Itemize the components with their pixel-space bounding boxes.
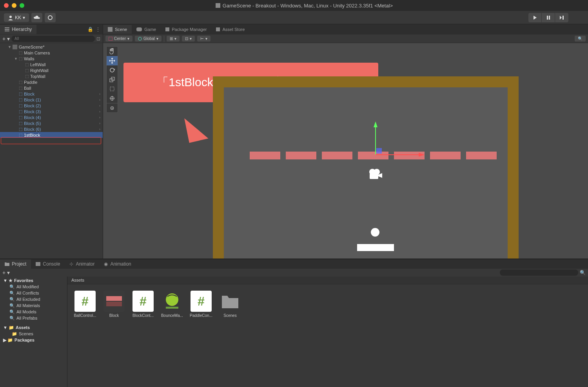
transform-icon xyxy=(109,96,115,101)
asset-item[interactable]: #BallControl... xyxy=(74,291,96,318)
scenes-folder[interactable]: 📁 Scenes xyxy=(0,331,67,337)
hand-icon xyxy=(109,48,115,54)
step-button[interactable] xyxy=(555,13,568,22)
asset-item[interactable]: Scenes xyxy=(219,291,241,318)
scene-tab[interactable]: Scene xyxy=(103,25,132,34)
play-button[interactable] xyxy=(528,13,542,22)
hierarchy-item[interactable]: ⬚Block› xyxy=(0,91,103,97)
hierarchy-item[interactable]: ⬚Block (1)› xyxy=(0,97,103,103)
rotate-tool[interactable] xyxy=(107,65,118,75)
asset-grid[interactable]: #BallControl...Block#BlockCont...BounceM… xyxy=(67,284,588,387)
transform-tool[interactable] xyxy=(107,94,118,103)
hierarchy-tab[interactable]: Hierarchy xyxy=(0,25,36,34)
hierarchy-item[interactable]: ⬚Block (4)› xyxy=(0,114,103,120)
move-tool[interactable] xyxy=(107,56,118,65)
custom-tool-icon xyxy=(109,105,115,111)
hierarchy-search-input[interactable] xyxy=(11,36,95,42)
animation-tab[interactable]: ◉ Animation xyxy=(99,259,136,269)
animator-tab[interactable]: ⊹ Animator xyxy=(65,259,99,269)
pause-button[interactable] xyxy=(542,13,555,22)
project-search-input[interactable] xyxy=(500,269,578,276)
game-tab[interactable]: Game xyxy=(132,25,161,34)
cloud-button[interactable] xyxy=(31,13,42,22)
search-icon: 🔍 xyxy=(9,284,15,289)
hierarchy-item[interactable]: ⬚Block (2)› xyxy=(0,103,103,109)
rect-tool[interactable] xyxy=(107,84,118,94)
hierarchy-tree[interactable]: ▼ GameScene* ⬚Main Camera▼⬚Walls⬚LeftWal… xyxy=(0,43,103,259)
scene-icon xyxy=(108,27,113,32)
create-button[interactable]: + ▾ xyxy=(2,36,10,42)
svg-rect-11 xyxy=(108,27,113,32)
svg-rect-6 xyxy=(563,16,564,20)
favorite-item[interactable]: 🔍 All Excluded xyxy=(0,296,67,302)
asset-item[interactable]: Block xyxy=(103,291,125,318)
hierarchy-item[interactable]: ▼⬚Walls xyxy=(0,56,103,61)
grid-icon: ⊞ xyxy=(170,36,173,41)
search-icon: 🔍 xyxy=(578,36,583,41)
magnet-icon: ⊢ xyxy=(200,36,204,41)
tool-handle-button[interactable]: Center▾ xyxy=(105,36,132,42)
view-tool[interactable] xyxy=(107,47,118,56)
hierarchy-item[interactable]: ⬚Paddle xyxy=(0,79,103,85)
asset-item[interactable]: #BlockCont... xyxy=(132,291,154,318)
favorite-item[interactable]: 🔍 All Models xyxy=(0,309,67,315)
minimize-window-icon[interactable] xyxy=(12,3,16,8)
favorites-header[interactable]: ▼ ★ Favorites xyxy=(0,277,67,284)
package-manager-tab[interactable]: Package Manager xyxy=(161,25,211,34)
project-toolbar: + ▾ 🔍 xyxy=(0,269,588,277)
hierarchy-item[interactable]: ⬚LeftWall xyxy=(0,61,103,67)
maximize-window-icon[interactable] xyxy=(20,3,24,8)
custom-tool[interactable] xyxy=(107,103,118,112)
unity-icon xyxy=(216,3,220,8)
center-panel: Scene Game Package Manager Asset Store C… xyxy=(103,24,588,259)
search-scene-button[interactable]: 🔍 xyxy=(575,36,586,42)
project-breadcrumb[interactable]: Assets xyxy=(67,277,588,284)
search-icon: 🔍 xyxy=(9,303,15,308)
asset-item[interactable]: BounceMa... xyxy=(161,291,183,318)
console-tab[interactable]: Console xyxy=(31,259,65,269)
hierarchy-item[interactable]: ⬚Block (6)› xyxy=(0,126,103,132)
hierarchy-item[interactable]: ⬚1stBlock xyxy=(0,132,103,138)
panel-lock-icon[interactable]: 🔒 xyxy=(87,27,93,32)
snap-toggle-button[interactable]: ⊢▾ xyxy=(197,36,211,42)
svg-rect-26 xyxy=(376,148,382,154)
svg-point-3 xyxy=(49,17,51,18)
favorite-item[interactable]: 🔍 All Modified xyxy=(0,284,67,290)
settings-button[interactable] xyxy=(45,13,56,22)
hierarchy-item[interactable]: ⬚RightWall xyxy=(0,67,103,73)
asset-store-tab[interactable]: Asset Store xyxy=(211,25,249,34)
scale-tool[interactable] xyxy=(107,75,118,84)
expand-icon[interactable]: ⊡ xyxy=(96,36,100,42)
snap-increment-button[interactable]: ⊡▾ xyxy=(182,36,195,42)
hierarchy-item[interactable]: ⬚Main Camera xyxy=(0,50,103,56)
hierarchy-item[interactable]: ⬚Block (3)› xyxy=(0,109,103,114)
svg-rect-10 xyxy=(13,45,17,49)
favorite-item[interactable]: 🔍 All Conflicts xyxy=(0,290,67,296)
window-title: GameScene - Breakout - Windows, Mac, Lin… xyxy=(24,3,584,9)
animation-icon: ◉ xyxy=(104,261,108,267)
tool-space-button[interactable]: Global▾ xyxy=(135,36,162,42)
project-tab[interactable]: Project xyxy=(0,259,31,269)
packages-folder[interactable]: ▶ 📁 Packages xyxy=(0,337,67,343)
rect-tool-icon xyxy=(109,86,115,92)
hierarchy-item[interactable]: ⬚TopWall xyxy=(0,73,103,79)
favorite-item[interactable]: 🔍 All Materials xyxy=(0,302,67,309)
hierarchy-item[interactable]: ⬚Ball xyxy=(0,85,103,91)
assets-folder[interactable]: ▼ 📁 Assets xyxy=(0,324,67,331)
hierarchy-toolbar: + ▾ ⊡ xyxy=(0,34,103,43)
search-icon: 🔍 xyxy=(580,270,586,275)
project-create-button[interactable]: + ▾ xyxy=(2,269,10,276)
scene-viewport[interactable]: 「1stBlock」に名前を変更しました xyxy=(103,43,588,259)
project-tree[interactable]: ▼ ★ Favorites 🔍 All Modified🔍 All Confli… xyxy=(0,277,67,387)
traffic-lights[interactable] xyxy=(4,3,24,8)
panel-menu-icon[interactable]: ⋮ xyxy=(96,27,100,32)
move-gizmo[interactable] xyxy=(368,121,426,157)
favorite-item[interactable]: 🔍 All Prefabs xyxy=(0,315,67,321)
grid-snap-button[interactable]: ⊞▾ xyxy=(167,36,180,42)
animator-icon: ⊹ xyxy=(69,261,73,267)
account-button[interactable]: KK ▾ xyxy=(4,13,29,22)
asset-item[interactable]: #PaddleCon... xyxy=(190,291,212,318)
scene-root[interactable]: ▼ GameScene* xyxy=(0,44,103,50)
hierarchy-item[interactable]: ⬚Block (5)› xyxy=(0,120,103,126)
close-window-icon[interactable] xyxy=(4,3,9,8)
